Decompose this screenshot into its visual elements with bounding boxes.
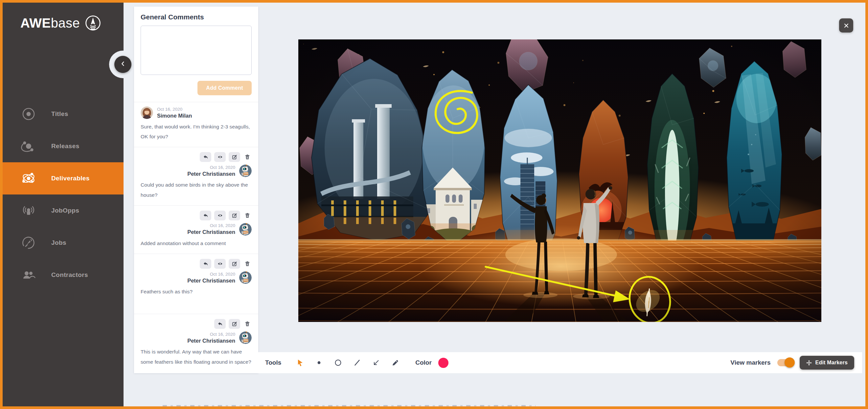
edit-comment-button[interactable] bbox=[229, 211, 240, 220]
trash-icon bbox=[244, 154, 250, 160]
comment-item: Oct 16, 2020 Simone Milan Sure, that wou… bbox=[134, 102, 258, 147]
dot-icon bbox=[315, 359, 323, 367]
comment-item: Oct 16, 2020 Peter Christiansen Could yo… bbox=[134, 147, 258, 205]
comment-text: Added annotation without a comment bbox=[141, 239, 252, 248]
reply-button[interactable] bbox=[200, 259, 211, 269]
sidebar-collapse-button[interactable] bbox=[114, 56, 131, 73]
delete-comment-button[interactable] bbox=[243, 152, 252, 162]
tools-label: Tools bbox=[265, 359, 281, 366]
comment-item: Oct 16, 2020 Peter Christiansen This is … bbox=[134, 314, 258, 372]
comment-text: This is wonderful. Any way that we can h… bbox=[141, 347, 252, 367]
arrow-tool-button[interactable] bbox=[371, 357, 382, 368]
reply-icon bbox=[217, 321, 223, 327]
view-annotation-button[interactable] bbox=[214, 152, 226, 162]
delete-comment-button[interactable] bbox=[243, 259, 252, 269]
toggle-knob bbox=[784, 357, 795, 368]
sidebar-item-contractors[interactable]: Contractors bbox=[3, 259, 124, 291]
sidebar-item-releases[interactable]: Releases bbox=[3, 130, 124, 162]
sidebar-item-jobs[interactable]: Jobs bbox=[3, 227, 124, 259]
jobopps-icon bbox=[21, 203, 36, 218]
logo-wordmark: AWEbase bbox=[20, 16, 80, 31]
comment-actions bbox=[141, 319, 252, 329]
trash-icon bbox=[244, 213, 250, 218]
move-icon bbox=[806, 360, 812, 366]
close-icon bbox=[843, 22, 849, 29]
sidebar-item-deliverables[interactable]: Deliverables bbox=[3, 162, 124, 194]
view-markers-label: View markers bbox=[730, 359, 770, 366]
deliverables-icon bbox=[21, 171, 36, 186]
edit-icon bbox=[231, 261, 238, 267]
comment-author: Peter Christiansen bbox=[187, 278, 235, 284]
eye-icon bbox=[217, 261, 223, 267]
line-icon bbox=[353, 359, 361, 367]
avatar-peter-christiansen bbox=[239, 332, 252, 344]
view-annotation-button[interactable] bbox=[214, 211, 226, 220]
edit-comment-button[interactable] bbox=[229, 319, 240, 329]
sidebar: AWEbase Titles Releases Deliverables Job… bbox=[3, 3, 124, 406]
comment-header: Oct 16, 2020 Peter Christiansen bbox=[141, 165, 252, 177]
awebase-window: AWEbase Titles Releases Deliverables Job… bbox=[0, 0, 868, 409]
select-tool-button[interactable] bbox=[294, 357, 306, 368]
color-swatch[interactable] bbox=[438, 358, 448, 368]
comment-date: Oct 16, 2020 bbox=[187, 165, 235, 170]
avatar-peter-christiansen bbox=[239, 223, 252, 235]
arrow-icon bbox=[372, 359, 380, 367]
releases-icon bbox=[21, 138, 36, 154]
comment-date: Oct 16, 2020 bbox=[187, 272, 235, 277]
edit-icon bbox=[231, 321, 238, 327]
tool-buttons bbox=[294, 357, 401, 368]
circle-icon bbox=[334, 359, 342, 367]
comment-header: Oct 16, 2020 Peter Christiansen bbox=[141, 271, 252, 284]
color-label: Color bbox=[415, 359, 432, 366]
sidebar-item-jobopps[interactable]: JobOpps bbox=[3, 194, 124, 227]
reply-button[interactable] bbox=[200, 211, 211, 220]
cursor-icon bbox=[296, 359, 304, 367]
deliverable-artwork-canvas[interactable] bbox=[298, 39, 822, 322]
comment-text: Sure, that would work. I'm thinking 2-3 … bbox=[141, 122, 252, 141]
reply-icon bbox=[203, 213, 209, 218]
trash-icon bbox=[244, 321, 250, 327]
comment-date: Oct 16, 2020 bbox=[157, 107, 192, 112]
eye-icon bbox=[217, 154, 223, 160]
comment-input[interactable] bbox=[141, 26, 252, 75]
edit-comment-button[interactable] bbox=[229, 259, 240, 269]
circle-tool-button[interactable] bbox=[333, 357, 344, 368]
comment-item: Oct 16, 2020 Peter Christiansen Feathers… bbox=[134, 254, 258, 314]
comment-text: Could you add some birds in the sky abov… bbox=[141, 180, 252, 200]
avatar-peter-christiansen bbox=[239, 271, 252, 284]
edit-markers-button[interactable]: Edit Markers bbox=[800, 356, 854, 370]
contractors-icon bbox=[21, 268, 36, 283]
edit-comment-button[interactable] bbox=[229, 152, 240, 162]
view-markers-toggle[interactable] bbox=[777, 359, 793, 366]
artwork-scene bbox=[298, 39, 822, 322]
comment-date: Oct 16, 2020 bbox=[187, 223, 235, 228]
comment-actions bbox=[141, 211, 252, 220]
view-annotation-button[interactable] bbox=[214, 259, 226, 269]
comment-author: Peter Christiansen bbox=[187, 229, 235, 235]
reply-button[interactable] bbox=[214, 319, 226, 329]
close-button[interactable] bbox=[839, 19, 853, 33]
composer-actions: Add Comment bbox=[134, 75, 258, 102]
dot-tool-button[interactable] bbox=[313, 357, 324, 368]
annotation-toolbar: Tools Color View markers Edit Markers bbox=[257, 352, 862, 373]
delete-comment-button[interactable] bbox=[243, 211, 252, 220]
reply-button[interactable] bbox=[200, 152, 211, 162]
sidebar-item-titles[interactable]: Titles bbox=[3, 98, 124, 130]
titles-icon bbox=[21, 106, 36, 122]
line-tool-button[interactable] bbox=[351, 357, 363, 368]
comment-text: Feathers such as this? bbox=[141, 287, 252, 297]
footer-cutoff-text bbox=[163, 405, 535, 407]
comments-panel: General Comments Add Comment Oct 16, 202… bbox=[134, 7, 258, 373]
comment-item: Oct 16, 2020 Peter Christiansen Added an… bbox=[134, 205, 258, 254]
edit-icon bbox=[231, 213, 238, 218]
panel-title: General Comments bbox=[134, 7, 258, 26]
trash-icon bbox=[244, 261, 250, 267]
comment-header: Oct 16, 2020 Peter Christiansen bbox=[141, 332, 252, 344]
avatar-peter-christiansen bbox=[239, 165, 252, 177]
add-comment-button[interactable]: Add Comment bbox=[197, 81, 252, 95]
avatar-simone-milan bbox=[141, 106, 153, 119]
draw-tool-button[interactable] bbox=[390, 357, 401, 368]
comment-author: Simone Milan bbox=[157, 113, 192, 119]
comment-actions bbox=[141, 259, 252, 269]
delete-comment-button[interactable] bbox=[243, 319, 252, 329]
